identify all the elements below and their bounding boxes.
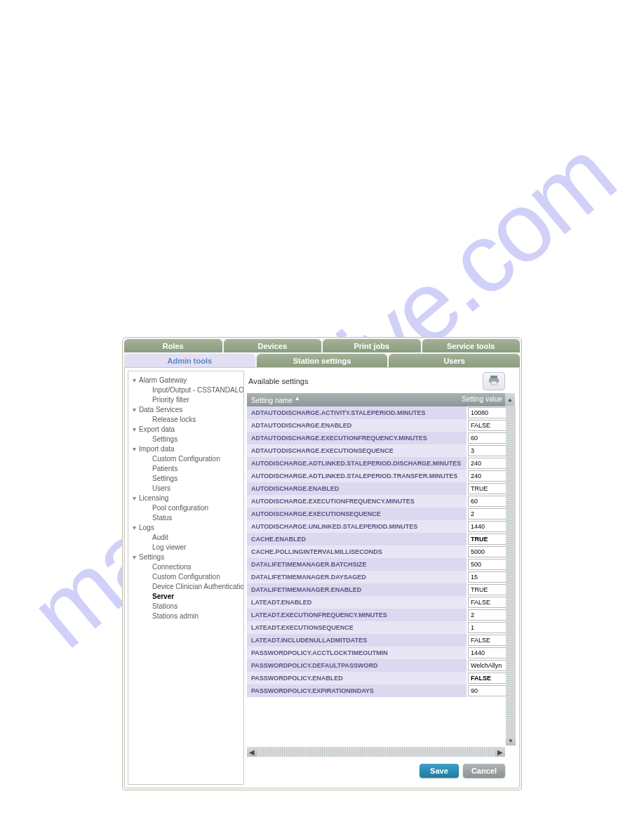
- table-row: DATALIFETIMEMANAGER.BATCHSIZE: [247, 558, 515, 571]
- twisty-icon: ▾: [133, 376, 139, 385]
- table-row: AUTODISCHARGE.UNLINKED.STALEPERIOD.MINUT…: [247, 520, 515, 533]
- twisty-icon: ▾: [133, 494, 139, 503]
- setting-name[interactable]: DATALIFETIMEMANAGER.BATCHSIZE: [247, 558, 467, 571]
- tab-service-tools[interactable]: Service tools: [422, 339, 521, 352]
- save-button[interactable]: Save: [420, 764, 459, 778]
- app-window: RolesDevicesPrint jobsService tools Admi…: [122, 337, 522, 790]
- setting-name[interactable]: ADTAUTODISCHARGE.ACTIVITY.STALEPERIOD.MI…: [247, 406, 467, 419]
- scroll-left-button[interactable]: ◀: [247, 747, 257, 757]
- table-rows: ADTAUTODISCHARGE.ACTIVITY.STALEPERIOD.MI…: [247, 406, 515, 740]
- table-row: LATEADT.ENABLED: [247, 596, 515, 609]
- tab-roles[interactable]: Roles: [124, 339, 222, 352]
- setting-name[interactable]: AUTODISCHARGE.UNLINKED.STALEPERIOD.MINUT…: [247, 520, 467, 533]
- tree-leaf-log-viewer[interactable]: Log viewer: [152, 543, 241, 552]
- cancel-button[interactable]: Cancel: [463, 764, 505, 778]
- setting-name[interactable]: ADTAUTODISCHARGE.ENABLED: [247, 419, 467, 432]
- tree-leaf-custom-configuration[interactable]: Custom Configuration: [152, 572, 241, 582]
- setting-name[interactable]: AUTODISCHARGE.ADTLINKED.STALEPERIOD.DISC…: [247, 457, 467, 470]
- tree-leaf-custom-configuration[interactable]: Custom Configuration: [152, 454, 241, 464]
- table-row: ADTAUTODISCHARGE.EXECUTIONFREQUENCY.MINU…: [247, 432, 515, 444]
- table-row: LATEADT.EXECUTIONFREQUENCY.MINUTES: [247, 609, 515, 621]
- column-name-label: Setting name: [251, 397, 293, 404]
- setting-name[interactable]: PASSWORDPOLICY.DEFAULTPASSWORD: [247, 659, 467, 672]
- setting-name[interactable]: LATEADT.INCLUDENULLADMITDATES: [247, 634, 467, 647]
- setting-name[interactable]: LATEADT.ENABLED: [247, 596, 467, 609]
- main-panel: Available settings Setting name: [247, 368, 519, 788]
- main-title: Available settings: [248, 377, 308, 385]
- vscroll-track[interactable]: [506, 406, 516, 736]
- tree-leaf-settings[interactable]: Settings: [152, 435, 241, 444]
- setting-name[interactable]: DATALIFETIMEMANAGER.ENABLED: [247, 583, 467, 596]
- tab-station-settings[interactable]: Station settings: [257, 354, 388, 367]
- tree-leaf-pool-configuration[interactable]: Pool configuration: [152, 503, 241, 513]
- twisty-icon: ▾: [133, 552, 139, 562]
- table-row: AUTODISCHARGE.EXECUTIONSEQUENCE: [247, 508, 515, 520]
- tab-devices[interactable]: Devices: [224, 339, 322, 352]
- setting-name[interactable]: LATEADT.EXECUTIONSEQUENCE: [247, 621, 467, 634]
- setting-name[interactable]: PASSWORDPOLICY.ENABLED: [247, 672, 467, 684]
- tab-admin-tools[interactable]: Admin tools: [124, 354, 255, 367]
- table-row: DATALIFETIMEMANAGER.ENABLED: [247, 583, 515, 596]
- tree-node-settings[interactable]: ▾Settings: [133, 552, 241, 562]
- button-row: Save Cancel: [247, 764, 505, 778]
- tab-users[interactable]: Users: [389, 354, 520, 367]
- setting-name[interactable]: PASSWORDPOLICY.EXPIRATIONINDAYS: [247, 684, 467, 697]
- hscroll-track[interactable]: [257, 747, 495, 757]
- vertical-scrollbar[interactable]: ▼: [506, 406, 516, 746]
- table-row: CACHE.POLLINGINTERVALMILLISECONDS: [247, 545, 515, 558]
- table-header: Setting name ▲ Setting value ▲: [247, 393, 515, 406]
- sort-asc-icon: ▲: [295, 395, 300, 402]
- setting-name[interactable]: CACHE.POLLINGINTERVALMILLISECONDS: [247, 545, 467, 558]
- tree-leaf-audit[interactable]: Audit: [152, 533, 241, 543]
- tree-leaf-server[interactable]: Server: [152, 592, 241, 602]
- setting-name[interactable]: AUTODISCHARGE.ENABLED: [247, 482, 467, 495]
- nav-tree: ▾Alarm GatewayInput/Output - CSSTANDALON…: [128, 371, 244, 785]
- print-button[interactable]: [483, 372, 505, 390]
- tree-node-data-services[interactable]: ▾Data Services: [133, 405, 241, 415]
- printer-icon: [488, 376, 499, 387]
- horizontal-scrollbar[interactable]: ◀ ▶: [247, 747, 505, 757]
- tree-node-logs[interactable]: ▾Logs: [133, 523, 241, 533]
- scroll-up-button[interactable]: ▲: [505, 393, 515, 406]
- setting-name[interactable]: DATALIFETIMEMANAGER.DAYSAGED: [247, 571, 467, 583]
- tree-leaf-users[interactable]: Users: [152, 484, 241, 494]
- settings-table: Setting name ▲ Setting value ▲ ADTAUTODI…: [247, 393, 515, 746]
- scroll-down-button[interactable]: ▼: [506, 736, 516, 746]
- tree-leaf-input-output---csstandalone-pc[interactable]: Input/Output - CSSTANDALONE-PC: [152, 385, 241, 395]
- tree-leaf-stations-admin[interactable]: Stations admin: [152, 611, 241, 621]
- tree-node-import-data[interactable]: ▾Import data: [133, 444, 241, 454]
- table-row: DATALIFETIMEMANAGER.DAYSAGED: [247, 571, 515, 583]
- tree-leaf-status[interactable]: Status: [152, 513, 241, 523]
- twisty-icon: ▾: [133, 523, 139, 533]
- column-setting-name[interactable]: Setting name ▲: [247, 393, 459, 406]
- twisty-icon: ▾: [133, 444, 139, 454]
- tree-node-licensing[interactable]: ▾Licensing: [133, 494, 241, 503]
- tree-leaf-stations[interactable]: Stations: [152, 602, 241, 611]
- setting-name[interactable]: AUTODISCHARGE.EXECUTIONFREQUENCY.MINUTES: [247, 495, 467, 508]
- tab-print-jobs[interactable]: Print jobs: [323, 339, 421, 352]
- tree-leaf-priority-filter[interactable]: Priority filter: [152, 395, 241, 405]
- setting-name[interactable]: LATEADT.EXECUTIONFREQUENCY.MINUTES: [247, 609, 467, 621]
- tree-node-alarm-gateway[interactable]: ▾Alarm Gateway: [133, 376, 241, 385]
- twisty-icon: ▾: [133, 425, 139, 435]
- setting-name[interactable]: AUTODISCHARGE.ADTLINKED.STALEPERIOD.TRAN…: [247, 470, 467, 482]
- setting-name[interactable]: ADTAUTODISCHARGE.EXECUTIONFREQUENCY.MINU…: [247, 432, 467, 444]
- tree-leaf-release-locks[interactable]: Release locks: [152, 415, 241, 425]
- table-row: LATEADT.EXECUTIONSEQUENCE: [247, 621, 515, 634]
- table-row: AUTODISCHARGE.EXECUTIONFREQUENCY.MINUTES: [247, 495, 515, 508]
- setting-name[interactable]: PASSWORDPOLICY.ACCTLOCKTIMEOUTMIN: [247, 647, 467, 659]
- setting-name[interactable]: AUTODISCHARGE.EXECUTIONSEQUENCE: [247, 508, 467, 520]
- setting-name[interactable]: CACHE.ENABLED: [247, 533, 467, 545]
- setting-name[interactable]: ADTAUTODISCHARGE.EXECUTIONSEQUENCE: [247, 444, 467, 457]
- tree-leaf-connections[interactable]: Connections: [152, 562, 241, 572]
- column-setting-value[interactable]: Setting value: [459, 393, 505, 406]
- tree-leaf-patients[interactable]: Patients: [152, 464, 241, 474]
- tree-node-export-data[interactable]: ▾Export data: [133, 425, 241, 435]
- column-value-label: Setting value: [462, 395, 502, 403]
- tabbar-bottom: Admin toolsStation settingsUsers: [124, 354, 520, 367]
- table-row: PASSWORDPOLICY.DEFAULTPASSWORD: [247, 659, 515, 672]
- tree-leaf-device-clinician-authentication[interactable]: Device Clinician Authentication: [152, 582, 241, 592]
- tree-leaf-settings[interactable]: Settings: [152, 474, 241, 484]
- scroll-right-button[interactable]: ▶: [495, 747, 505, 757]
- table-row: AUTODISCHARGE.ADTLINKED.STALEPERIOD.TRAN…: [247, 470, 515, 482]
